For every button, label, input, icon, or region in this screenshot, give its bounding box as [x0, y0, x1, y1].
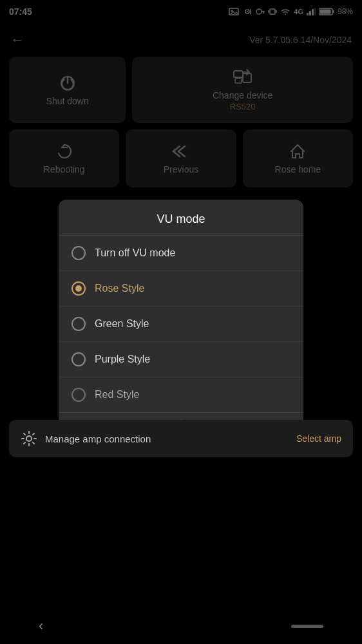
- option-rose-style-label: Rose Style: [95, 283, 144, 294]
- home-indicator: [291, 625, 323, 628]
- gear-icon: [21, 430, 37, 447]
- option-rose-style[interactable]: Rose Style: [59, 271, 303, 307]
- modal-title: VU mode: [59, 200, 303, 236]
- radio-rose-style: [71, 281, 86, 296]
- radio-turn-off: [71, 246, 86, 260]
- option-red-style-label: Red Style: [95, 389, 139, 401]
- svg-point-23: [26, 436, 32, 441]
- bottom-nav: ‹: [0, 608, 362, 644]
- manage-amp-section: Manage amp connection Select amp: [9, 420, 353, 457]
- radio-red-style: [71, 388, 86, 402]
- option-turn-off[interactable]: Turn off VU mode: [59, 236, 303, 271]
- option-red-style[interactable]: Red Style: [59, 377, 303, 412]
- option-green-style-label: Green Style: [95, 318, 149, 330]
- option-purple-style-label: Purple Style: [95, 354, 150, 365]
- option-purple-style[interactable]: Purple Style: [59, 342, 303, 377]
- manage-amp-label: Manage amp connection: [45, 433, 151, 444]
- radio-purple-style: [71, 352, 86, 366]
- option-green-style[interactable]: Green Style: [59, 307, 303, 342]
- option-turn-off-label: Turn off VU mode: [95, 247, 175, 259]
- select-amp-button[interactable]: Select amp: [296, 433, 341, 444]
- modal-overlay: VU mode Turn off VU mode Rose Style Gree…: [0, 0, 362, 644]
- modal-options-list: Turn off VU mode Rose Style Green Style …: [59, 236, 303, 412]
- manage-amp-left: Manage amp connection: [21, 430, 151, 447]
- radio-green-style: [71, 317, 86, 331]
- vu-mode-modal: VU mode Turn off VU mode Rose Style Gree…: [59, 200, 303, 448]
- nav-back-button[interactable]: ‹: [39, 618, 43, 634]
